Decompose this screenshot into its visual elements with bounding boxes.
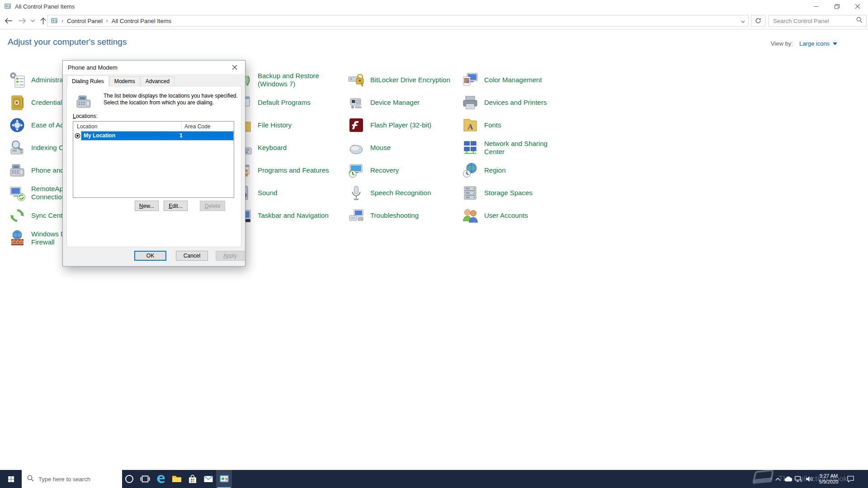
region-icon <box>461 161 479 179</box>
apply-button[interactable]: Apply <box>216 251 245 261</box>
control-panel-item-storage-spaces[interactable]: Storage Spaces <box>461 182 564 204</box>
control-panel-item-label: Sound <box>258 189 341 197</box>
view-by-dropdown-icon <box>833 42 837 45</box>
control-panel-item-devices-printers[interactable]: Devices and Printers <box>461 91 564 114</box>
minimize-button[interactable] <box>806 0 826 13</box>
ok-button[interactable]: OK <box>134 251 166 261</box>
taskbar-search-box[interactable]: Type here to search <box>22 470 122 488</box>
control-panel-item-region[interactable]: Region <box>461 159 564 182</box>
svg-text:A: A <box>467 122 473 131</box>
locations-list-header[interactable]: Location Area Code <box>73 122 234 131</box>
flash-player-icon <box>347 116 365 134</box>
breadcrumb-separator: › <box>61 18 63 24</box>
control-panel-item-flash-player[interactable]: Flash Player (32-bit) <box>347 114 466 136</box>
control-panel-column-3: BitLocker Drive EncryptionDevice Manager… <box>347 69 466 227</box>
fonts-icon: A <box>461 116 479 134</box>
taskbar-store-icon[interactable] <box>184 470 200 488</box>
start-button[interactable] <box>0 470 22 488</box>
control-panel-item-troubleshooting[interactable]: Troubleshooting <box>347 204 466 227</box>
restore-button[interactable] <box>826 0 847 13</box>
control-panel-item-file-history[interactable]: File History <box>235 114 341 136</box>
window-titlebar: All Control Panel Items <box>0 0 868 13</box>
view-by-selector[interactable]: Large icons <box>799 40 837 47</box>
control-panel-item-speech-recognition[interactable]: Speech Recognition <box>347 182 466 204</box>
control-panel-item-bitlocker[interactable]: BitLocker Drive Encryption <box>347 69 466 91</box>
control-panel-item-label: Flash Player (32-bit) <box>370 121 466 129</box>
control-panel-item-label: Backup and Restore (Windows 7) <box>258 72 341 89</box>
phone-modem-icon <box>8 161 26 179</box>
locations-list[interactable]: Location Area Code My Location1 <box>73 121 234 198</box>
network-icon[interactable] <box>793 470 804 488</box>
control-panel-item-backup-restore[interactable]: Backup and Restore (Windows 7) <box>235 69 341 91</box>
location-area-code: 1 <box>179 132 183 139</box>
sync-center-icon <box>8 206 26 225</box>
control-panel-column-2: Backup and Restore (Windows 7)Default Pr… <box>235 69 341 227</box>
new-button[interactable]: New... <box>135 201 159 211</box>
control-panel-address-icon <box>51 17 58 24</box>
control-panel-item-mouse[interactable]: Mouse <box>347 136 466 159</box>
area-code-column-header[interactable]: Area Code <box>182 123 210 130</box>
action-center-icon[interactable] <box>844 470 857 488</box>
ease-of-access-icon <box>8 116 26 134</box>
tab-advanced[interactable]: Advanced <box>141 76 175 86</box>
control-panel-item-recovery[interactable]: Recovery <box>347 159 466 182</box>
control-panel-column-4: Color ManagementDevices and PrintersAFon… <box>461 69 564 227</box>
taskbar-clock[interactable]: 9:27 AM 5/9/2020 <box>816 470 842 488</box>
control-panel-item-label: Recovery <box>370 166 466 174</box>
taskbar-cortana-icon[interactable] <box>121 470 137 488</box>
taskbar-file-explorer-icon[interactable] <box>169 470 184 488</box>
breadcrumb-all-items[interactable]: All Control Panel Items <box>112 18 171 24</box>
back-button[interactable] <box>3 15 14 27</box>
recent-pages-chevron-icon[interactable] <box>29 15 36 27</box>
dialog-title: Phone and Modem <box>68 64 118 71</box>
address-toolbar: › Control Panel › All Control Panel Item… <box>0 13 868 29</box>
control-panel-item-label: Device Manager <box>370 99 466 107</box>
credential-manager-icon <box>8 94 26 112</box>
tab-modems[interactable]: Modems <box>109 76 140 86</box>
refresh-button[interactable] <box>751 15 765 27</box>
control-panel-item-color-management[interactable]: Color Management <box>461 69 564 91</box>
control-panel-item-fonts[interactable]: AFonts <box>461 114 564 136</box>
control-panel-item-programs-features[interactable]: Programs and Features <box>235 159 341 182</box>
color-management-icon <box>461 71 479 89</box>
control-panel-item-user-accounts[interactable]: User Accounts <box>461 204 564 227</box>
taskbar-edge-icon[interactable] <box>153 470 169 488</box>
cancel-button[interactable]: Cancel <box>176 251 208 261</box>
control-panel-item-label: Fonts <box>484 121 564 129</box>
taskbar-mail-icon[interactable] <box>200 470 216 488</box>
view-by-label: View by: <box>771 40 793 47</box>
tab-dialing-rules[interactable]: Dialing Rules <box>67 75 109 86</box>
location-column-header[interactable]: Location <box>73 122 182 131</box>
control-panel-item-label: Keyboard <box>258 144 341 152</box>
location-row[interactable]: My Location1 <box>73 131 234 140</box>
control-panel-item-network-sharing[interactable]: Network and Sharing Center <box>461 136 564 159</box>
edit-button[interactable]: Edit... <box>164 201 188 211</box>
taskbar-control-panel-icon[interactable] <box>216 470 232 488</box>
control-panel-item-label: BitLocker Drive Encryption <box>370 76 466 84</box>
volume-icon[interactable] <box>804 470 815 488</box>
phone-modem-dialog-icon <box>75 93 93 111</box>
control-panel-item-label: Devices and Printers <box>484 99 564 107</box>
search-control-panel-box[interactable] <box>769 15 867 27</box>
forward-button[interactable] <box>16 15 28 27</box>
address-dropdown-icon[interactable] <box>737 18 748 24</box>
dialog-titlebar: Phone and Modem <box>63 61 245 74</box>
onedrive-icon[interactable] <box>783 470 793 488</box>
search-control-panel-input[interactable] <box>769 18 856 24</box>
control-panel-item-label: Network and Sharing Center <box>484 140 564 156</box>
control-panel-item-label: Troubleshooting <box>370 211 466 220</box>
control-panel-item-device-manager[interactable]: Device Manager <box>347 91 466 114</box>
control-panel-item-keyboard[interactable]: Keyboard <box>235 136 341 159</box>
hidden-icons-chevron-icon[interactable] <box>773 470 782 488</box>
control-panel-item-default-programs[interactable]: Default Programs <box>235 91 341 114</box>
taskbar-task-view-icon[interactable] <box>137 470 153 488</box>
breadcrumb[interactable]: › Control Panel › All Control Panel Item… <box>47 15 749 27</box>
close-button[interactable] <box>847 0 868 13</box>
breadcrumb-control-panel[interactable]: Control Panel <box>67 18 103 24</box>
control-panel-item-sound[interactable]: Sound <box>235 182 341 204</box>
dialog-close-button[interactable] <box>225 61 245 74</box>
control-panel-item-taskbar-navigation[interactable]: Taskbar and Navigation <box>235 204 341 227</box>
location-radio-icon[interactable] <box>73 133 81 139</box>
search-icon[interactable] <box>856 17 863 25</box>
delete-button[interactable]: Delete <box>200 201 225 211</box>
